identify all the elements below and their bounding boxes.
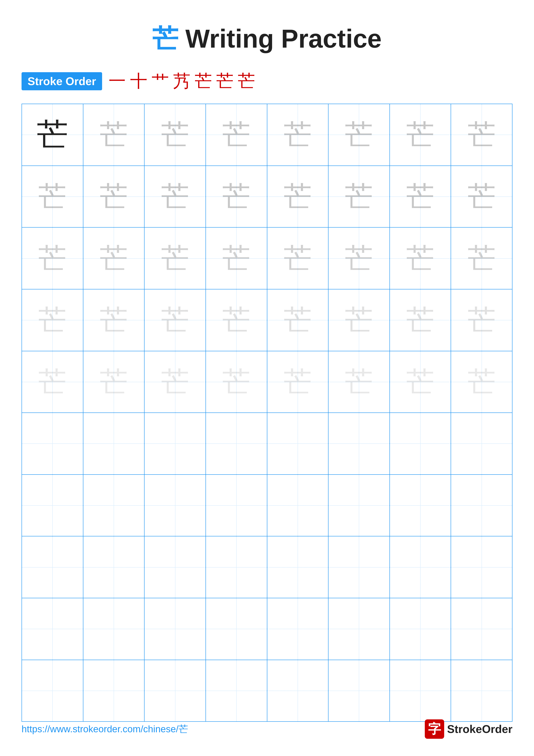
grid-cell[interactable]: 芒 (22, 104, 83, 166)
grid-cell[interactable]: 芒 (328, 166, 390, 228)
grid-cell[interactable] (144, 660, 206, 721)
grid-cell[interactable] (328, 660, 390, 721)
grid-cell[interactable]: 芒 (22, 228, 83, 289)
grid-cell[interactable]: 芒 (451, 166, 512, 228)
grid-cell[interactable]: 芒 (144, 104, 206, 166)
char-faded: 芒 (284, 244, 312, 272)
grid-cell[interactable]: 芒 (267, 289, 329, 351)
grid-cell[interactable]: 芒 (206, 289, 267, 351)
grid-cell[interactable]: 芒 (22, 289, 83, 351)
char-faded: 芒 (161, 306, 189, 334)
grid-cell[interactable] (22, 598, 83, 660)
grid-cell[interactable] (267, 475, 329, 536)
grid-cell[interactable] (390, 413, 451, 474)
grid-cell[interactable] (144, 598, 206, 660)
grid-cell[interactable] (390, 536, 451, 598)
logo-icon: 字 (425, 719, 444, 739)
grid-cell[interactable] (451, 413, 512, 474)
grid-cell[interactable] (83, 660, 145, 721)
grid-cell[interactable]: 芒 (328, 289, 390, 351)
grid-cell[interactable]: 芒 (22, 351, 83, 413)
grid-cell[interactable] (144, 536, 206, 598)
grid-cell[interactable]: 芒 (328, 228, 390, 289)
grid-cell[interactable] (267, 598, 329, 660)
char-faded: 芒 (406, 306, 434, 334)
char-faded: 芒 (100, 368, 128, 396)
grid-cell[interactable]: 芒 (267, 351, 329, 413)
grid-cell[interactable] (267, 413, 329, 474)
grid-cell[interactable] (83, 475, 145, 536)
stroke-6: 芒 (216, 69, 234, 93)
grid-cell[interactable]: 芒 (83, 351, 145, 413)
grid-row-3: 芒 芒 芒 芒 芒 芒 芒 芒 (22, 228, 512, 289)
grid-cell[interactable]: 芒 (144, 289, 206, 351)
grid-cell[interactable]: 芒 (390, 289, 451, 351)
grid-row-4: 芒 芒 芒 芒 芒 芒 芒 芒 (22, 289, 512, 351)
char-faded: 芒 (345, 368, 373, 396)
grid-cell[interactable]: 芒 (451, 289, 512, 351)
grid-cell[interactable]: 芒 (390, 351, 451, 413)
grid-cell[interactable] (144, 413, 206, 474)
grid-cell[interactable] (328, 413, 390, 474)
grid-cell[interactable] (390, 598, 451, 660)
grid-cell[interactable]: 芒 (83, 166, 145, 228)
grid-row-5: 芒 芒 芒 芒 芒 芒 芒 芒 (22, 351, 512, 413)
grid-cell[interactable] (328, 598, 390, 660)
grid-cell[interactable]: 芒 (451, 228, 512, 289)
grid-cell[interactable]: 芒 (144, 166, 206, 228)
char-faded: 芒 (468, 306, 496, 334)
grid-cell[interactable]: 芒 (267, 228, 329, 289)
grid-cell[interactable] (22, 475, 83, 536)
grid-cell[interactable] (206, 598, 267, 660)
char-faded: 芒 (468, 121, 496, 149)
char-faded: 芒 (38, 368, 66, 396)
grid-cell[interactable]: 芒 (22, 166, 83, 228)
grid-cell[interactable] (451, 536, 512, 598)
grid-cell[interactable]: 芒 (390, 104, 451, 166)
grid-cell[interactable] (83, 413, 145, 474)
grid-cell[interactable] (206, 536, 267, 598)
grid-cell[interactable] (390, 475, 451, 536)
grid-cell[interactable]: 芒 (390, 166, 451, 228)
grid-cell[interactable] (267, 536, 329, 598)
grid-cell[interactable]: 芒 (267, 166, 329, 228)
grid-cell[interactable] (206, 475, 267, 536)
grid-cell[interactable] (83, 598, 145, 660)
grid-cell[interactable]: 芒 (206, 228, 267, 289)
grid-cell[interactable]: 芒 (267, 104, 329, 166)
grid-cell[interactable] (206, 413, 267, 474)
grid-cell[interactable]: 芒 (206, 166, 267, 228)
grid-cell[interactable] (451, 660, 512, 721)
grid-cell[interactable]: 芒 (83, 228, 145, 289)
grid-cell[interactable]: 芒 (390, 228, 451, 289)
page-title: 芒 Writing Practice (21, 21, 513, 57)
grid-cell[interactable] (451, 598, 512, 660)
grid-cell[interactable] (144, 475, 206, 536)
grid-cell[interactable] (328, 536, 390, 598)
grid-cell[interactable] (328, 475, 390, 536)
grid-cell[interactable]: 芒 (206, 351, 267, 413)
grid-cell[interactable] (22, 536, 83, 598)
grid-cell[interactable]: 芒 (83, 104, 145, 166)
char-faded: 芒 (100, 244, 128, 272)
grid-cell[interactable] (22, 413, 83, 474)
char-faded: 芒 (38, 244, 66, 272)
grid-cell[interactable] (390, 660, 451, 721)
stroke-order-row: Stroke Order 一 十 艹 艿 芒 芒 芒 (21, 69, 513, 93)
char-faded: 芒 (222, 368, 250, 396)
grid-cell[interactable]: 芒 (451, 351, 512, 413)
grid-cell[interactable] (22, 660, 83, 721)
grid-cell[interactable] (83, 536, 145, 598)
stroke-3: 艹 (152, 69, 169, 93)
char-faded: 芒 (284, 182, 312, 210)
grid-cell[interactable] (267, 660, 329, 721)
grid-cell[interactable] (206, 660, 267, 721)
grid-cell[interactable]: 芒 (144, 351, 206, 413)
grid-cell[interactable]: 芒 (206, 104, 267, 166)
grid-cell[interactable]: 芒 (144, 228, 206, 289)
grid-cell[interactable]: 芒 (328, 104, 390, 166)
grid-cell[interactable] (451, 475, 512, 536)
grid-cell[interactable]: 芒 (328, 351, 390, 413)
grid-cell[interactable]: 芒 (451, 104, 512, 166)
grid-cell[interactable]: 芒 (83, 289, 145, 351)
